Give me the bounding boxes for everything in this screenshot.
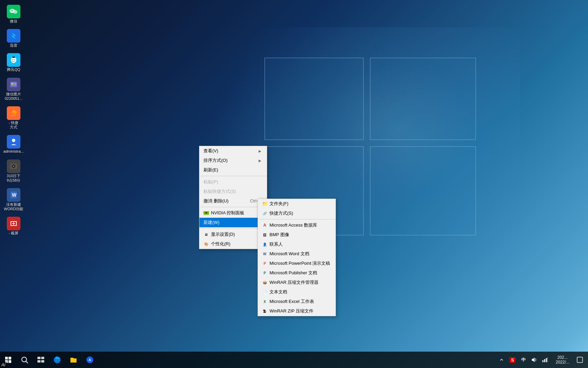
menu-sort-label: 排序方式(O): [203, 157, 228, 164]
xunlei-icon: [7, 29, 20, 43]
svg-text:🟠: 🟠: [13, 110, 17, 114]
desktop-icon-qq[interactable]: 腾讯QQ: [2, 52, 26, 73]
submenu-contact-label: 联系人: [270, 241, 283, 247]
admin-icon: [7, 135, 20, 149]
desktop-icon-team[interactable]: 🟠 - 快捷方式: [2, 105, 26, 131]
taskbar-taskview-button[interactable]: [33, 352, 49, 368]
submenu-access-label: Microsoft Access 数据库: [270, 222, 317, 228]
menu-nvidia-label: NVIDIA 控制面板: [211, 210, 244, 216]
volume-icon: [531, 357, 537, 363]
menu-sep-2: [199, 207, 267, 207]
publisher-icon: P: [262, 270, 267, 276]
svg-point-28: [13, 166, 14, 167]
submenu-new: 📁 文件夹(F) 🔗 快捷方式(S) A Microsoft Access 数据…: [258, 199, 336, 316]
audio-icon: [7, 159, 20, 173]
snip-icon: [7, 217, 20, 230]
tray-volume-button[interactable]: [529, 352, 540, 368]
menu-item-display[interactable]: 🖥 显示设置(D): [199, 230, 267, 239]
menu-sep-1: [199, 176, 267, 176]
svg-marker-14: [11, 32, 16, 39]
menu-item-view[interactable]: 查看(V) ▶: [199, 146, 267, 156]
tray-date: 2022/...: [556, 360, 569, 365]
desktop-icon-photos[interactable]: 微信图片0220051...: [2, 76, 26, 102]
tray-expand-button[interactable]: [496, 352, 507, 368]
submenu-item-folder[interactable]: 📁 文件夹(F): [258, 199, 336, 209]
submenu-bmp-label: BMP 图像: [270, 232, 289, 238]
word-notice-icon: W: [7, 188, 20, 202]
svg-rect-7: [371, 147, 475, 234]
menu-item-refresh[interactable]: 刷新(E): [199, 165, 267, 175]
xunlei-label: 迅雷: [10, 43, 17, 48]
desktop-icon-admin[interactable]: administra...: [2, 134, 26, 155]
svg-point-12: [14, 12, 15, 12]
tray-ime-button[interactable]: 中: [518, 352, 529, 368]
taskbar-feishu-button[interactable]: [82, 352, 98, 368]
menu-item-nvidia[interactable]: N NVIDIA 控制面板: [199, 208, 267, 218]
svg-rect-33: [37, 357, 40, 359]
txt-icon: 📄: [262, 289, 267, 295]
desktop-icon-wechat[interactable]: 微信: [2, 3, 26, 25]
submenu-item-bmp[interactable]: 🖼 BMP 图像: [258, 230, 336, 240]
winrar-icon: 📦: [262, 280, 267, 285]
svg-rect-36: [41, 360, 44, 363]
taskbar-search-button[interactable]: [16, 352, 33, 368]
submenu-item-excel[interactable]: X Microsoft Excel 工作表: [258, 297, 336, 306]
svg-point-25: [12, 139, 15, 142]
search-icon: [20, 356, 29, 364]
menu-view-arrow: ▶: [259, 149, 261, 153]
access-icon: A: [262, 223, 267, 228]
menu-item-undo[interactable]: 撤消 删除(U) Ctrl+Z: [199, 196, 267, 206]
taskbar-edge-button[interactable]: [49, 352, 65, 368]
submenu-item-word[interactable]: W Microsoft Word 文档: [258, 249, 336, 259]
svg-rect-42: [546, 358, 547, 362]
chevron-up-icon: [500, 358, 504, 362]
submenu-item-txt[interactable]: 📄 文本文档: [258, 287, 336, 297]
tray-sogou-button[interactable]: S: [507, 352, 518, 368]
submenu-item-shortcut[interactable]: 🔗 快捷方式(S): [258, 209, 336, 218]
desktop-icon-xunlei[interactable]: 迅雷: [2, 28, 26, 49]
submenu-excel-label: Microsoft Excel 工作表: [270, 298, 314, 305]
word-icon: W: [262, 251, 267, 257]
submenu-item-ppt[interactable]: P Microsoft PowerPoint 演示文稿: [258, 259, 336, 268]
menu-personalize-label: 个性化(R): [211, 241, 230, 247]
taskbar-explorer-button[interactable]: [65, 352, 82, 368]
svg-line-32: [26, 362, 28, 364]
menu-item-new[interactable]: 新建(W) ▶: [199, 218, 267, 227]
submenu-winrar-label: WinRAR 压缩文件管理器: [270, 279, 318, 286]
desktop-icon-snip[interactable]: - 截屏: [2, 215, 26, 237]
team-icon: 🟠: [7, 106, 20, 120]
tray-network-button[interactable]: [540, 352, 551, 368]
desktop-icon-audio[interactable]: 310日下9点58分: [2, 158, 26, 184]
svg-rect-1: [265, 59, 363, 139]
menu-item-sort[interactable]: 排序方式(O) ▶: [199, 156, 267, 165]
explorer-icon: [69, 356, 78, 364]
submenu-word-label: Microsoft Word 文档: [270, 251, 309, 257]
submenu-item-winrar[interactable]: 📦 WinRAR 压缩文件管理器: [258, 278, 336, 287]
submenu-item-contact[interactable]: 👤 联系人: [258, 240, 336, 249]
sogou-icon: S: [509, 357, 516, 363]
zip-icon: 🗜: [262, 308, 267, 314]
menu-item-personalize[interactable]: 🎨 个性化(R): [199, 239, 267, 249]
admin-label: administra...: [3, 149, 24, 154]
submenu-txt-label: 文本文档: [270, 289, 287, 295]
notification-icon: [577, 357, 583, 363]
submenu-zip-label: WinRAR ZIP 压缩文件: [270, 308, 313, 314]
svg-rect-35: [37, 360, 40, 363]
submenu-item-access[interactable]: A Microsoft Access 数据库: [258, 220, 336, 230]
network-icon: [542, 357, 548, 363]
tray-notification-button[interactable]: [574, 352, 585, 368]
tray-clock[interactable]: 202... 2022/...: [551, 352, 574, 368]
taskbar: S 中: [0, 352, 588, 368]
submenu-item-publisher[interactable]: P Microsoft Publisher 文档: [258, 268, 336, 278]
svg-rect-44: [577, 357, 583, 363]
edge-icon: [53, 356, 61, 364]
submenu-item-winrar-zip[interactable]: 🗜 WinRAR ZIP 压缩文件: [258, 306, 336, 316]
excel-icon: X: [262, 299, 267, 304]
svg-point-11: [13, 10, 17, 14]
menu-item-paste-shortcut[interactable]: 粘贴快捷方式(S): [199, 187, 267, 196]
menu-item-paste[interactable]: 粘贴(P): [199, 177, 267, 187]
nvidia-icon: N: [203, 211, 209, 215]
ppt-icon: P: [262, 261, 267, 266]
svg-point-17: [14, 59, 15, 60]
desktop-icon-word-notice[interactable]: W 没有新建WORD功能: [2, 187, 26, 213]
